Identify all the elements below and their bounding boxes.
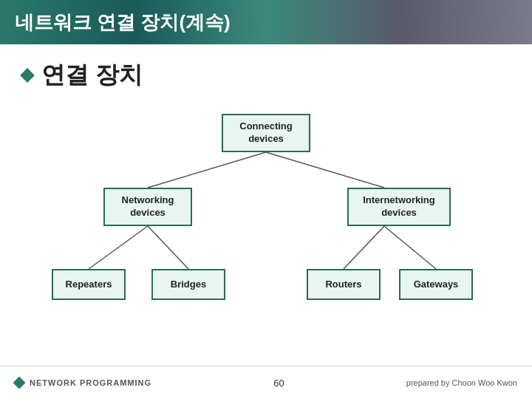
- bullet-title: 연결 장치: [22, 59, 510, 92]
- node-networking-devices: Networking devices: [103, 188, 192, 226]
- tree-diagram: Connecting devices Networking devices In…: [22, 114, 510, 321]
- footer-author-text: prepared by Choon Woo Kwon: [406, 378, 517, 387]
- node-bridges: Bridges: [151, 269, 225, 300]
- node-connecting-devices-label: Connecting devices: [239, 120, 293, 146]
- bullet-diamond: [20, 68, 35, 83]
- bullet-title-text: 연결 장치: [41, 59, 143, 92]
- footer-brand-label: NETWORK PROGRAMMING: [30, 378, 151, 387]
- header-title: 네트워크 연결 장치(계속): [15, 10, 231, 35]
- svg-line-2: [89, 226, 148, 269]
- svg-line-3: [148, 226, 188, 269]
- node-internetworking-devices: Internetworking devices: [347, 188, 451, 226]
- node-internetworking-label: Internetworking devices: [363, 194, 435, 219]
- header: 네트워크 연결 장치(계속): [0, 0, 532, 44]
- node-repeaters: Repeaters: [52, 269, 126, 300]
- footer-diamond-icon: [13, 377, 26, 389]
- svg-line-0: [148, 152, 266, 188]
- footer-brand-area: NETWORK PROGRAMMING: [15, 378, 151, 387]
- svg-line-5: [384, 226, 436, 269]
- main-content: 연결 장치 Connecting devices: [0, 44, 532, 328]
- node-connecting-devices: Connecting devices: [222, 114, 310, 152]
- node-gateways: Gateways: [399, 269, 473, 300]
- footer: NETWORK PROGRAMMING 60 prepared by Choon…: [0, 366, 532, 399]
- svg-line-1: [266, 152, 384, 188]
- footer-page-number: 60: [273, 378, 284, 389]
- svg-line-4: [344, 226, 384, 269]
- node-routers: Routers: [307, 269, 381, 300]
- node-networking-label: Networking devices: [122, 194, 174, 219]
